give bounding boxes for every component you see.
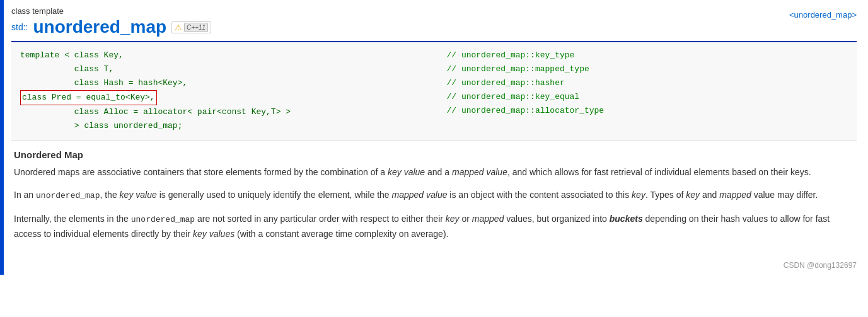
section-title: Unordered Map <box>14 149 854 160</box>
class-name: unordered_map <box>33 17 166 37</box>
code-line-6: > class unordered_map; <box>20 119 422 133</box>
code-text: template < class Key, <box>20 49 124 62</box>
code-text: class T, <box>20 62 113 76</box>
breadcrumb: <unordered_map> <box>789 10 857 20</box>
page-container: <unordered_map> class template std::unor… <box>0 0 868 275</box>
comment-text: // unordered_map::mapped_type <box>447 62 589 76</box>
comment-line-5: // unordered_map::allocator_type <box>447 104 848 118</box>
comment-line-3: // unordered_map::hasher <box>447 76 848 90</box>
code-line-5: class Alloc = allocator< pair<const Key,… <box>20 105 422 119</box>
comment-text: // unordered_map::key_type <box>447 49 575 62</box>
paragraph-3: Internally, the elements in the unordere… <box>14 212 854 241</box>
comment-text: // unordered_map::key_equal <box>447 90 580 104</box>
comment-line-1: // unordered_map::key_type <box>447 49 848 62</box>
comment-line-4: // unordered_map::key_equal <box>447 90 848 104</box>
content-section: Unordered Map Unordered maps are associa… <box>11 141 857 256</box>
watermark: CSDN @dong132697 <box>784 261 857 270</box>
code-text: class Hash = hash<Key>, <box>20 76 187 90</box>
code-right: // unordered_map::key_type // unordered_… <box>422 49 848 132</box>
inline-code-unordered-map: unordered_map <box>36 191 100 200</box>
code-line-2: class T, <box>20 62 422 76</box>
code-block: template < class Key, class T, class Has… <box>11 42 857 141</box>
inline-code-unordered-map-2: unordered_map <box>131 215 195 224</box>
warning-badge: ⚠ C++11 <box>171 21 211 33</box>
code-line-3: class Hash = hash<Key>, <box>20 76 422 90</box>
warning-icon: ⚠ <box>175 23 182 32</box>
highlighted-pred-line: class Pred = equal_to<Key>, <box>20 90 157 105</box>
std-prefix: std:: <box>11 22 28 32</box>
code-line-1: template < class Key, <box>20 49 422 62</box>
class-label: class template <box>11 6 857 16</box>
comment-text: // unordered_map::hasher <box>447 76 565 90</box>
code-text: > class unordered_map; <box>20 119 182 133</box>
cpp-badge: C++11 <box>184 23 208 32</box>
code-text: class Alloc = allocator< pair<const Key,… <box>20 105 291 119</box>
title-row: std::unordered_map ⚠ C++11 <box>11 17 857 37</box>
comment-line-2: // unordered_map::mapped_type <box>447 62 848 76</box>
comment-line-6 <box>447 118 848 132</box>
paragraph-2: In an unordered_map, the key value is ge… <box>14 188 854 203</box>
paragraph-1: Unordered maps are associative container… <box>14 165 854 179</box>
comment-text <box>447 118 452 132</box>
code-line-4: class Pred = equal_to<Key>, <box>20 90 422 105</box>
code-left: template < class Key, class T, class Has… <box>20 49 422 134</box>
left-accent-bar <box>0 0 4 275</box>
comment-text: // unordered_map::allocator_type <box>447 104 605 118</box>
